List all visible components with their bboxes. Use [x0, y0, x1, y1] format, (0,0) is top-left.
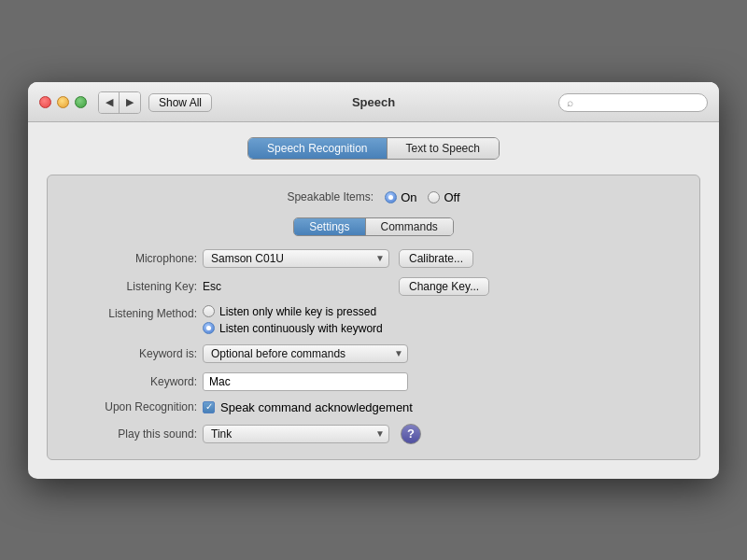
listen-while-key-radio[interactable]: Listen only while key is pressed	[203, 305, 383, 318]
speakable-off-radio[interactable]: Off	[428, 190, 459, 204]
tab-text-to-speech[interactable]: Text to Speech	[388, 138, 499, 159]
search-box: ⌕	[558, 93, 708, 112]
listening-key-value: Esc	[203, 280, 389, 293]
minimize-button[interactable]	[57, 96, 69, 108]
keyword-is-label: Keyword is:	[66, 347, 197, 360]
content-area: Speech Recognition Text to Speech Speaka…	[28, 122, 719, 479]
keyword-is-select-wrap: Optional before commands Required before…	[203, 344, 408, 363]
listen-continuously-radio[interactable]: Listen continuously with keyword	[203, 322, 383, 335]
upon-recognition-label: Upon Recognition:	[66, 400, 197, 413]
play-sound-label: Play this sound:	[66, 427, 197, 441]
change-key-button[interactable]: Change Key...	[399, 277, 489, 296]
speakable-items-label: Speakable Items:	[287, 190, 374, 203]
speak-ack-checkbox-wrap: Speak command acknowledgement	[203, 400, 413, 414]
tab-speech-recognition[interactable]: Speech Recognition	[248, 138, 387, 159]
listening-method-row: Listening Method: Listen only while key …	[66, 305, 681, 335]
window-title: Speech	[352, 95, 395, 109]
speakable-on-radio[interactable]: On	[385, 190, 416, 204]
outer-tabs: Speech Recognition Text to Speech	[47, 137, 700, 160]
traffic-lights	[39, 96, 87, 108]
speakable-on-label: On	[401, 190, 416, 204]
upon-recognition-row: Upon Recognition: Speak command acknowle…	[66, 400, 681, 414]
listening-method-options: Listen only while key is pressed Listen …	[203, 305, 383, 335]
main-panel: Speakable Items: On Off Settings Command…	[47, 175, 700, 460]
radio-on-filled	[385, 191, 397, 203]
help-button[interactable]: ?	[401, 424, 421, 444]
nav-buttons: ◀ ▶	[98, 91, 141, 114]
radio-continuous-filled	[203, 322, 215, 334]
microphone-select-wrap: Samson C01U ▼	[203, 249, 389, 268]
keyword-label: Keyword:	[66, 375, 197, 388]
speak-ack-checkbox[interactable]	[203, 401, 215, 413]
microphone-label: Microphone:	[66, 252, 197, 265]
inner-tabs: Settings Commands	[66, 217, 681, 236]
nav-forward-button[interactable]: ▶	[120, 92, 140, 113]
keyword-is-select[interactable]: Optional before commands Required before…	[203, 344, 408, 363]
play-sound-row: Play this sound: Tink Basso Blow Bottle …	[66, 424, 681, 444]
keyword-input[interactable]	[203, 372, 408, 391]
keyword-row: Keyword:	[66, 372, 681, 391]
play-sound-select-wrap: Tink Basso Blow Bottle ▼	[203, 425, 389, 443]
listen-continuously-label: Listen continuously with keyword	[219, 322, 383, 335]
listening-key-row: Listening Key: Esc Change Key...	[66, 277, 681, 296]
speakable-off-label: Off	[444, 190, 459, 204]
speakable-items-row: Speakable Items: On Off	[66, 190, 681, 204]
close-button[interactable]	[39, 96, 51, 108]
radio-off-empty	[428, 191, 440, 203]
listening-method-label: Listening Method:	[66, 305, 197, 320]
microphone-select[interactable]: Samson C01U	[203, 249, 389, 268]
show-all-button[interactable]: Show All	[148, 93, 212, 112]
inner-tab-commands[interactable]: Commands	[366, 218, 453, 235]
calibrate-button[interactable]: Calibrate...	[399, 249, 473, 268]
keyword-is-row: Keyword is: Optional before commands Req…	[66, 344, 681, 363]
search-icon: ⌕	[567, 96, 573, 109]
radio-key-empty	[203, 305, 215, 317]
play-sound-select[interactable]: Tink Basso Blow Bottle	[203, 425, 389, 443]
speech-window: ◀ ▶ Show All Speech ⌕ Speech Recognition…	[28, 82, 719, 479]
title-bar: ◀ ▶ Show All Speech ⌕	[28, 82, 719, 122]
listening-key-label: Listening Key:	[66, 280, 197, 293]
inner-tab-group: Settings Commands	[293, 217, 454, 236]
tab-group: Speech Recognition Text to Speech	[247, 137, 500, 160]
nav-back-button[interactable]: ◀	[99, 92, 120, 113]
speak-ack-label: Speak command acknowledgement	[220, 400, 413, 414]
form-rows: Microphone: Samson C01U ▼ Calibrate... L…	[66, 249, 681, 444]
inner-tab-settings[interactable]: Settings	[294, 218, 365, 235]
search-input[interactable]	[577, 96, 699, 109]
listen-while-key-label: Listen only while key is pressed	[219, 305, 376, 318]
maximize-button[interactable]	[75, 96, 87, 108]
microphone-row: Microphone: Samson C01U ▼ Calibrate...	[66, 249, 681, 268]
